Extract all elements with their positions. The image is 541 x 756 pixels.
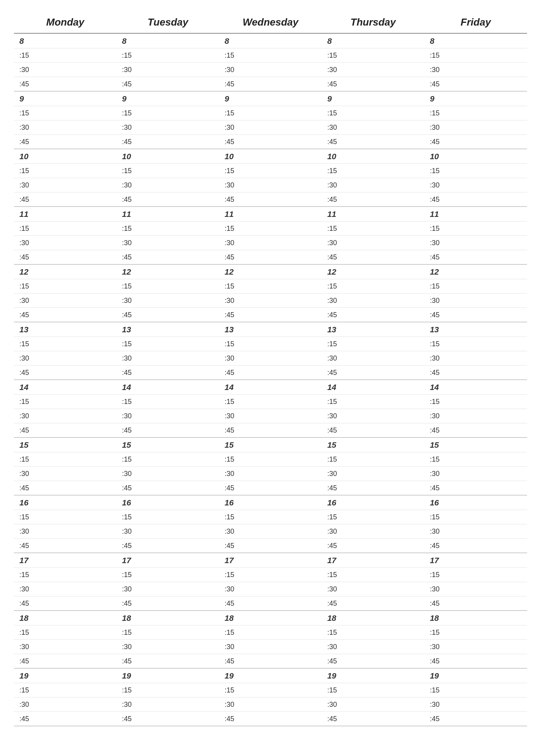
time-slot-hour[interactable]: 19 xyxy=(14,668,117,683)
time-slot-hour[interactable]: 14 xyxy=(117,380,219,394)
time-slot-minute[interactable]: :30 xyxy=(219,62,322,77)
time-slot-minute[interactable]: :45 xyxy=(14,596,117,610)
time-slot-minute[interactable]: :30 xyxy=(424,466,527,481)
time-slot-minute[interactable]: :15 xyxy=(322,221,424,235)
time-slot-minute[interactable]: :15 xyxy=(117,48,219,62)
time-slot-minute[interactable]: :15 xyxy=(117,625,219,639)
time-slot-minute[interactable]: :15 xyxy=(424,510,527,524)
time-slot-minute[interactable]: :15 xyxy=(117,337,219,351)
time-slot-hour[interactable]: 8 xyxy=(424,33,527,48)
time-slot-hour[interactable]: 15 xyxy=(219,437,322,452)
time-slot-hour[interactable]: 17 xyxy=(219,553,322,567)
time-slot-hour[interactable]: 11 xyxy=(219,206,322,221)
time-slot-minute[interactable]: :30 xyxy=(219,178,322,192)
time-slot-minute[interactable]: :15 xyxy=(424,567,527,582)
time-slot-minute[interactable]: :45 xyxy=(219,134,322,149)
time-slot-minute[interactable]: :15 xyxy=(424,625,527,639)
time-slot-minute[interactable]: :30 xyxy=(322,62,424,77)
time-slot-minute[interactable]: :30 xyxy=(322,178,424,192)
time-slot-hour[interactable]: 8 xyxy=(117,33,219,48)
time-slot-minute[interactable]: :45 xyxy=(117,77,219,91)
time-slot-hour[interactable]: 16 xyxy=(424,495,527,510)
time-slot-hour[interactable]: 18 xyxy=(117,610,219,625)
time-slot-hour[interactable]: 17 xyxy=(14,553,117,567)
time-slot-minute[interactable]: :45 xyxy=(14,192,117,206)
time-slot-minute[interactable]: :30 xyxy=(117,697,219,711)
time-slot-minute[interactable]: :15 xyxy=(219,279,322,293)
time-slot-minute[interactable]: :45 xyxy=(219,308,322,322)
time-slot-hour[interactable]: 16 xyxy=(117,495,219,510)
time-slot-minute[interactable]: :30 xyxy=(219,351,322,365)
time-slot-minute[interactable]: :15 xyxy=(219,337,322,351)
time-slot-minute[interactable]: :45 xyxy=(424,192,527,206)
time-slot-minute[interactable]: :15 xyxy=(219,221,322,235)
time-slot-minute[interactable]: :30 xyxy=(219,639,322,654)
time-slot-minute[interactable]: :30 xyxy=(219,466,322,481)
time-slot-minute[interactable]: :45 xyxy=(117,250,219,264)
time-slot-hour[interactable]: 14 xyxy=(14,380,117,394)
time-slot-hour[interactable]: 17 xyxy=(424,553,527,567)
time-slot-minute[interactable]: :30 xyxy=(424,524,527,538)
time-slot-minute[interactable]: :30 xyxy=(219,293,322,308)
time-slot-minute[interactable]: :15 xyxy=(117,163,219,178)
time-slot-minute[interactable]: :30 xyxy=(424,697,527,711)
time-slot-hour[interactable]: 10 xyxy=(14,149,117,163)
time-slot-minute[interactable]: :45 xyxy=(424,134,527,149)
time-slot-minute[interactable]: :45 xyxy=(322,481,424,495)
time-slot-minute[interactable]: :45 xyxy=(424,538,527,553)
time-slot-minute[interactable]: :15 xyxy=(117,683,219,697)
time-slot-minute[interactable]: :15 xyxy=(14,163,117,178)
time-slot-minute[interactable]: :45 xyxy=(117,365,219,380)
time-slot-hour[interactable]: 11 xyxy=(14,206,117,221)
time-slot-minute[interactable]: :15 xyxy=(424,163,527,178)
time-slot-hour[interactable]: 19 xyxy=(322,668,424,683)
time-slot-minute[interactable]: :15 xyxy=(322,279,424,293)
time-slot-minute[interactable]: :30 xyxy=(219,524,322,538)
time-slot-minute[interactable]: :45 xyxy=(219,77,322,91)
time-slot-minute[interactable]: :45 xyxy=(322,134,424,149)
time-slot-minute[interactable]: :45 xyxy=(424,481,527,495)
time-slot-minute[interactable]: :15 xyxy=(117,510,219,524)
time-slot-minute[interactable]: :30 xyxy=(322,466,424,481)
time-slot-minute[interactable]: :15 xyxy=(14,48,117,62)
time-slot-minute[interactable]: :30 xyxy=(14,466,117,481)
time-slot-hour[interactable]: 10 xyxy=(219,149,322,163)
time-slot-minute[interactable]: :45 xyxy=(14,423,117,437)
time-slot-minute[interactable]: :45 xyxy=(117,654,219,668)
time-slot-minute[interactable]: :30 xyxy=(424,235,527,250)
time-slot-hour[interactable]: 13 xyxy=(424,322,527,337)
time-slot-minute[interactable]: :45 xyxy=(424,77,527,91)
time-slot-hour[interactable]: 15 xyxy=(14,437,117,452)
time-slot-minute[interactable]: :15 xyxy=(117,106,219,120)
time-slot-minute[interactable]: :30 xyxy=(424,351,527,365)
time-slot-minute[interactable]: :45 xyxy=(424,654,527,668)
time-slot-minute[interactable]: :15 xyxy=(424,279,527,293)
time-slot-minute[interactable]: :15 xyxy=(14,279,117,293)
time-slot-minute[interactable]: :45 xyxy=(219,365,322,380)
time-slot-minute[interactable]: :30 xyxy=(117,409,219,423)
time-slot-minute[interactable]: :45 xyxy=(219,423,322,437)
time-slot-minute[interactable]: :45 xyxy=(14,77,117,91)
time-slot-minute[interactable]: :45 xyxy=(117,538,219,553)
time-slot-minute[interactable]: :15 xyxy=(424,106,527,120)
time-slot-hour[interactable]: 16 xyxy=(322,495,424,510)
time-slot-minute[interactable]: :15 xyxy=(14,683,117,697)
time-slot-hour[interactable]: 13 xyxy=(219,322,322,337)
time-slot-minute[interactable]: :15 xyxy=(219,567,322,582)
time-slot-minute[interactable]: :30 xyxy=(322,409,424,423)
time-slot-minute[interactable]: :30 xyxy=(322,524,424,538)
time-slot-minute[interactable]: :15 xyxy=(322,106,424,120)
time-slot-minute[interactable]: :45 xyxy=(322,192,424,206)
time-slot-minute[interactable]: :15 xyxy=(219,394,322,409)
time-slot-minute[interactable]: :15 xyxy=(14,221,117,235)
time-slot-hour[interactable]: 12 xyxy=(322,264,424,279)
time-slot-hour[interactable]: 17 xyxy=(322,553,424,567)
time-slot-hour[interactable]: 19 xyxy=(117,668,219,683)
time-slot-hour[interactable]: 11 xyxy=(117,206,219,221)
time-slot-minute[interactable]: :45 xyxy=(14,654,117,668)
time-slot-hour[interactable]: 10 xyxy=(322,149,424,163)
time-slot-minute[interactable]: :30 xyxy=(117,524,219,538)
time-slot-minute[interactable]: :45 xyxy=(117,192,219,206)
time-slot-hour[interactable]: 8 xyxy=(322,33,424,48)
time-slot-minute[interactable]: :15 xyxy=(322,163,424,178)
